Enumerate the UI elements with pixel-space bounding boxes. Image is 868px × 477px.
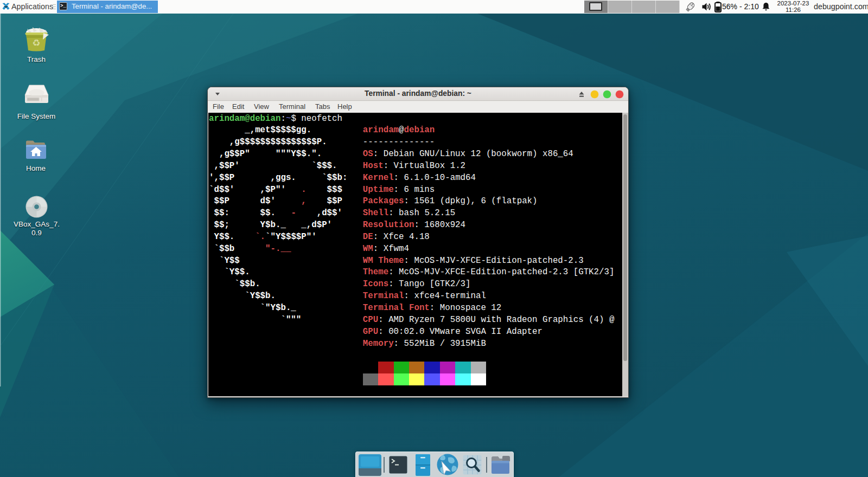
svg-text:♻: ♻ — [32, 38, 40, 48]
